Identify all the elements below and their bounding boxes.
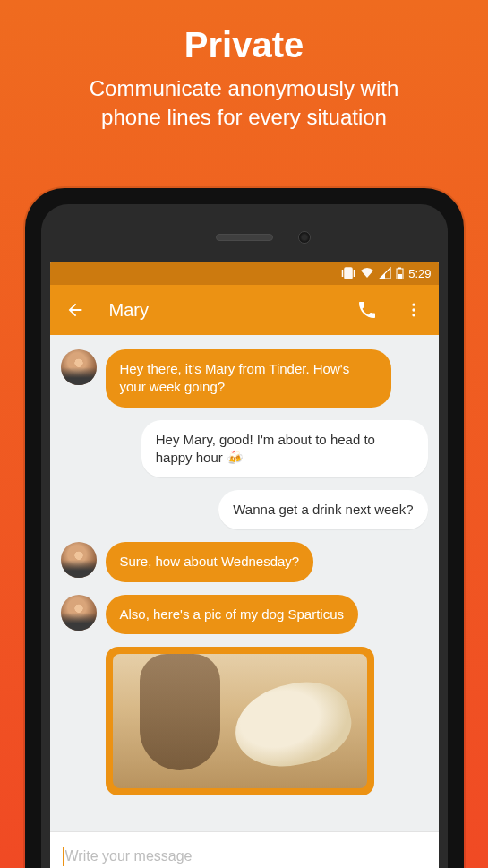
status-bar: 5:29: [50, 262, 439, 285]
conversation-title: Mary: [109, 300, 333, 321]
message-row: Hey there, it's Mary from Tinder. How's …: [61, 349, 428, 408]
text-cursor: [63, 847, 64, 866]
vibrate-icon: [341, 267, 355, 279]
chat-thread[interactable]: Hey there, it's Mary from Tinder. How's …: [50, 335, 439, 831]
message-row: Hey Mary, good! I'm about to head to hap…: [61, 420, 428, 478]
avatar[interactable]: [61, 349, 97, 385]
message-composer: [50, 831, 439, 868]
avatar[interactable]: [61, 595, 97, 631]
message-row: Wanna get a drink next week?: [61, 490, 428, 529]
message-media-bubble[interactable]: [106, 647, 374, 795]
svg-rect-5: [398, 274, 402, 279]
wifi-icon: [360, 267, 374, 279]
avatar[interactable]: [61, 542, 97, 578]
screen: 5:29 Mary Hey there, it's Mary from Tind…: [50, 262, 439, 868]
promo-title: Private: [0, 25, 488, 65]
svg-point-6: [412, 304, 415, 306]
promo-subtitle-line2: phone lines for every situation: [101, 105, 387, 129]
svg-rect-4: [398, 268, 401, 270]
promo-subtitle-line1: Communicate anonymously with: [90, 76, 398, 100]
message-bubble-incoming[interactable]: Also, here's a pic of my dog Sparticus: [106, 595, 358, 634]
phone-hardware-top: [50, 213, 439, 262]
svg-point-8: [412, 314, 415, 316]
message-input[interactable]: [65, 848, 426, 864]
promo-subtitle: Communicate anonymously with phone lines…: [0, 74, 488, 133]
message-bubble-outgoing[interactable]: Hey Mary, good! I'm about to head to hap…: [141, 420, 428, 478]
message-row: Also, here's a pic of my dog Sparticus: [61, 595, 428, 634]
phone-camera: [298, 231, 311, 244]
signal-icon: [379, 267, 391, 279]
svg-point-7: [412, 308, 415, 311]
message-row: Sure, how about Wednesday?: [61, 542, 428, 581]
more-button[interactable]: [401, 297, 426, 322]
status-time: 5:29: [408, 267, 431, 280]
message-row: [61, 647, 428, 795]
phone-speaker: [216, 234, 273, 241]
dog-photo[interactable]: [113, 654, 367, 788]
svg-rect-0: [345, 268, 352, 279]
phone-inner: 5:29 Mary Hey there, it's Mary from Tind…: [41, 204, 448, 868]
app-bar: Mary: [50, 285, 439, 335]
call-button[interactable]: [355, 297, 380, 322]
battery-icon: [396, 267, 404, 279]
back-button[interactable]: [63, 297, 88, 322]
message-bubble-incoming[interactable]: Hey there, it's Mary from Tinder. How's …: [106, 349, 392, 408]
message-bubble-incoming[interactable]: Sure, how about Wednesday?: [106, 542, 314, 581]
message-bubble-outgoing[interactable]: Wanna get a drink next week?: [218, 490, 427, 529]
phone-frame: 5:29 Mary Hey there, it's Mary from Tind…: [25, 188, 464, 868]
